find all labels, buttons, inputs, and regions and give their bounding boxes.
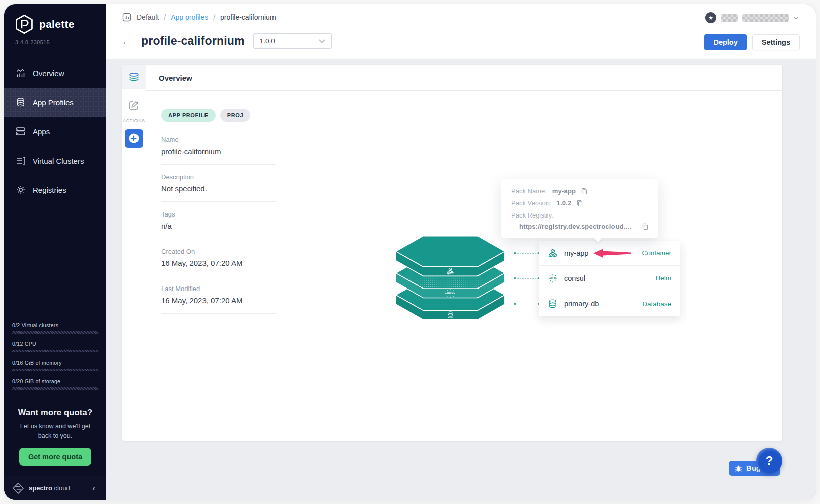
tooltip-registry-url: https://registry.dev.spectrocloud.... xyxy=(519,223,631,230)
chevron-down-icon[interactable] xyxy=(793,16,799,20)
quota-label: 0/12 CPU xyxy=(12,341,98,347)
project-scope-badge: PROJ xyxy=(220,109,250,122)
pack-name: consul xyxy=(564,274,585,282)
field-label: Tags xyxy=(161,210,276,218)
card-side-rail: ACTIONS xyxy=(122,65,146,441)
quota-cta: Want more quota? Let us know and we'll g… xyxy=(4,397,106,476)
edit-profile-button[interactable] xyxy=(128,100,140,110)
user-name-redacted xyxy=(742,14,789,22)
back-arrow-icon[interactable]: ← xyxy=(121,36,132,47)
field-description: Description Not specified. xyxy=(161,173,276,202)
sidebar-item-registries[interactable]: Registries xyxy=(4,175,106,204)
pack-tooltip: Pack Name: my-app Pack Version: 1.0.2 Pa… xyxy=(501,179,658,238)
bug-icon xyxy=(735,465,742,472)
sidebar-nav: Overview App Profiles Apps xyxy=(4,58,106,204)
layers-icon xyxy=(128,72,140,82)
get-more-quota-button[interactable]: Get more quota xyxy=(19,448,91,466)
palette-logo-icon xyxy=(14,14,34,34)
quota-cta-title: Want more quota? xyxy=(13,408,97,417)
layers-tab[interactable] xyxy=(122,65,146,89)
actions-label: ACTIONS xyxy=(122,118,146,123)
field-value: 16 May, 2023, 07:20 AM xyxy=(161,296,276,305)
field-last-modified: Last Modified 16 May, 2023, 07:20 AM xyxy=(161,285,276,314)
field-value: profile-californium xyxy=(161,147,276,156)
brand-light: cloud xyxy=(54,484,70,492)
sidebar-item-label: Apps xyxy=(33,127,50,136)
chevron-down-icon xyxy=(319,39,325,43)
add-tier-button[interactable] xyxy=(125,129,143,148)
quota-memory: 0/16 GiB of memory xyxy=(12,359,98,371)
copy-icon[interactable] xyxy=(581,188,587,195)
sidebar-item-label: App Profiles xyxy=(33,98,74,107)
server-stack-icon xyxy=(16,127,25,136)
quota-cpu: 0/12 CPU xyxy=(12,341,98,352)
tooltip-label: Pack Name: xyxy=(511,187,547,195)
tooltip-label: Pack Version: xyxy=(511,199,552,207)
profile-version-select[interactable]: 1.0.0 xyxy=(253,33,332,49)
main-area: Default / App profiles / profile-califor… xyxy=(106,4,816,500)
sidebar-item-overview[interactable]: Overview xyxy=(4,58,106,88)
sidebar: palette 3.4.0-230515 Overview App Profil… xyxy=(4,4,106,500)
breadcrumb-current: profile-californium xyxy=(220,13,276,21)
field-value: n/a xyxy=(161,222,276,230)
brand-name: palette xyxy=(39,18,75,30)
gear-icon xyxy=(16,185,25,195)
pack-row-consul[interactable]: HELM consul Helm xyxy=(539,266,680,291)
field-created-on: Created On 16 May, 2023, 07:20 AM xyxy=(161,248,276,276)
sidebar-item-label: Registries xyxy=(33,186,66,194)
quota-progress-bar xyxy=(12,387,98,390)
sidebar-item-app-profiles[interactable]: App Profiles xyxy=(4,88,106,117)
quota-section: 0/2 Virtual clusters 0/12 CPU 0/16 GiB o… xyxy=(4,322,106,397)
tooltip-pack-registry-row: Pack Registry: xyxy=(511,211,648,219)
tooltip-value: 1.0.2 xyxy=(557,199,572,207)
pencil-edit-icon xyxy=(129,100,139,110)
quota-storage: 0/20 GiB of storage xyxy=(12,378,98,390)
sidebar-footer: spectro cloud ‹ xyxy=(4,476,106,500)
field-value: Not specified. xyxy=(161,184,276,193)
database-stack-icon xyxy=(16,98,25,107)
field-name: Name profile-californium xyxy=(161,136,276,165)
sidebar-item-apps[interactable]: Apps xyxy=(4,117,106,146)
page-title: profile-californium xyxy=(141,34,245,48)
cluster-list-icon xyxy=(16,156,25,166)
copy-icon[interactable] xyxy=(642,223,648,230)
quota-progress-bar xyxy=(12,331,98,334)
field-label: Name xyxy=(161,136,276,143)
field-label: Last Modified xyxy=(161,285,276,293)
copy-icon[interactable] xyxy=(576,200,583,207)
quota-label: 0/20 GiB of storage xyxy=(12,378,98,384)
star-badge-icon[interactable]: ★ xyxy=(705,12,716,23)
profile-diagram-canvas: HELM xyxy=(292,91,782,441)
pack-type: Database xyxy=(642,300,671,308)
field-label: Description xyxy=(161,173,276,181)
sidebar-item-virtual-clusters[interactable]: Virtual Clusters xyxy=(4,146,106,175)
user-name-redacted xyxy=(721,14,738,22)
field-value: 16 May, 2023, 07:20 AM xyxy=(161,259,276,267)
settings-button[interactable]: Settings xyxy=(752,34,800,50)
help-button[interactable]: ? xyxy=(756,448,782,474)
annotation-arrow-icon xyxy=(593,249,631,258)
pack-name: primary-db xyxy=(564,300,599,308)
header-actions: Deploy Settings xyxy=(704,34,800,50)
sidebar-item-label: Overview xyxy=(33,69,64,78)
svg-text:HELM: HELM xyxy=(447,292,454,295)
collapse-sidebar-chevron[interactable]: ‹ xyxy=(89,483,98,493)
tooltip-value: my-app xyxy=(552,187,576,195)
profile-details-panel: APP PROFILE PROJ Name profile-californiu… xyxy=(146,91,292,441)
breadcrumb-app-profiles-link[interactable]: App profiles xyxy=(171,13,208,21)
deploy-button[interactable]: Deploy xyxy=(704,34,746,50)
container-cubes-icon xyxy=(548,249,557,258)
spectro-cloud-logo-icon xyxy=(12,482,24,494)
quota-cta-text: Let us know and we'll get back to you. xyxy=(18,422,93,440)
quota-label: 0/16 GiB of memory xyxy=(12,359,98,366)
user-menu: ★ xyxy=(705,12,799,23)
breadcrumb-project[interactable]: Default xyxy=(136,13,159,21)
breadcrumb-separator: / xyxy=(213,13,215,21)
pack-row-primary-db[interactable]: primary-db Database xyxy=(539,291,680,316)
quota-progress-bar xyxy=(12,350,98,352)
app-tier-stack-illustration: HELM xyxy=(385,233,515,321)
top-bar: Default / App profiles / profile-califor… xyxy=(106,4,816,59)
brand-bold: spectro xyxy=(29,484,52,492)
pack-name: my-app xyxy=(564,249,588,257)
tooltip-pack-version-row: Pack Version: 1.0.2 xyxy=(511,199,648,207)
